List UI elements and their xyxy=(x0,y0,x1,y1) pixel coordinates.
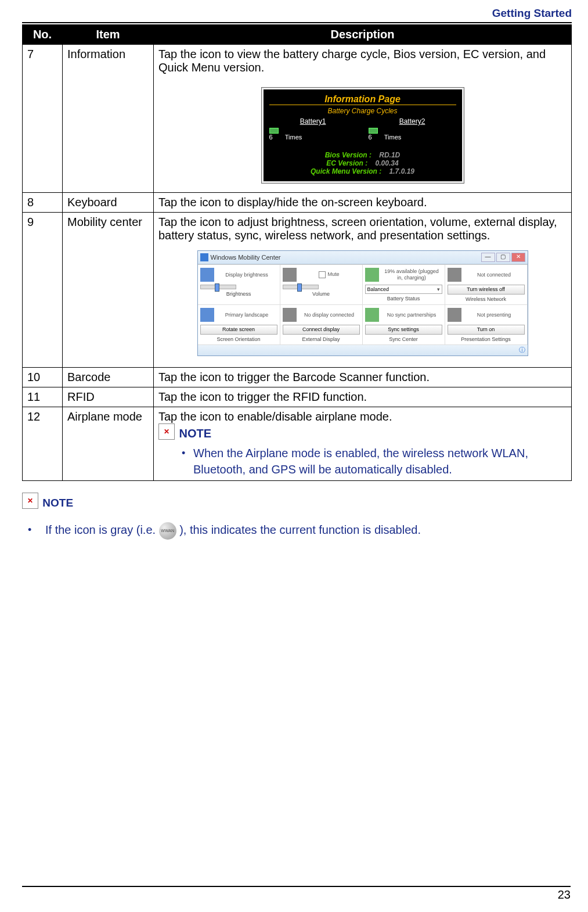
cell-item: Keyboard xyxy=(63,193,154,213)
brightness-slider[interactable] xyxy=(200,285,236,289)
desc-text: Tap the icon to adjust brightness, scree… xyxy=(158,216,557,242)
battery1-unit: Times xyxy=(285,134,302,141)
table-row: 10 Barcode Tap the icon to trigger the B… xyxy=(23,368,572,387)
desc-text: Tap the icon to view the battery charge … xyxy=(158,48,546,74)
rotate-button[interactable]: Rotate screen xyxy=(200,325,277,335)
cell-item: RFID xyxy=(63,387,154,407)
ec-value: 0.00.34 xyxy=(376,159,399,167)
cell-item: Barcode xyxy=(63,368,154,387)
section-header: Getting Started xyxy=(22,7,572,20)
cell-item: Information xyxy=(63,45,154,193)
tile-text: 19% available (plugged in, charging) xyxy=(381,268,442,281)
power-plan-combo[interactable]: Balanced xyxy=(365,285,442,294)
cell-desc: Tap the icon to enable/disable airplane … xyxy=(154,407,572,481)
tile-label: Battery Status xyxy=(365,296,442,301)
battery-icon xyxy=(269,128,279,134)
battery1-value: 6 xyxy=(269,134,273,141)
tile-extdisplay: No display connected Connect display Ext… xyxy=(280,305,363,345)
footer-rule xyxy=(22,886,571,887)
tile-label: External Display xyxy=(283,336,360,342)
window-icon xyxy=(200,253,208,261)
mobility-center-screenshot: Windows Mobility Center — ▢ ✕ Display br… xyxy=(197,250,528,356)
minimize-icon[interactable]: — xyxy=(481,253,495,262)
tile-text: No display connected xyxy=(299,312,360,318)
th-item: Item xyxy=(63,25,154,45)
tile-text: Not presenting xyxy=(464,312,525,318)
cell-no: 7 xyxy=(23,45,63,193)
battery2-col: Battery2 6 Times xyxy=(369,117,456,141)
tile-label: Brightness xyxy=(200,291,277,297)
maximize-icon[interactable]: ▢ xyxy=(496,253,510,262)
note-label: NOTE xyxy=(42,497,73,509)
tile-orientation: Primary landscape Rotate screen Screen O… xyxy=(198,305,280,345)
tile-wireless: Not connected Turn wireless off Wireless… xyxy=(445,265,528,305)
note-text-after: ), this indicates the current function i… xyxy=(179,523,421,536)
tile-text: No sync partnerships xyxy=(381,312,442,318)
cell-desc: Tap the icon to display/hide the on-scre… xyxy=(154,193,572,213)
th-no: No. xyxy=(23,25,63,45)
information-page-screenshot: ✕ Information Page Battery Charge Cycles… xyxy=(261,87,464,184)
close-icon[interactable]: ✕ xyxy=(511,253,525,262)
battery2-value: 6 xyxy=(369,134,372,141)
cell-item: Mobility center xyxy=(63,213,154,368)
tile-label: Screen Orientation xyxy=(200,336,277,342)
table-row: 9 Mobility center Tap the icon to adjust… xyxy=(23,213,572,368)
tile-label: Presentation Settings xyxy=(448,336,525,342)
battery1-col: Battery1 6 Times xyxy=(269,117,357,141)
tile-brightness: Display brightness Brightness xyxy=(198,265,280,305)
connect-display-button[interactable]: Connect display xyxy=(283,325,360,335)
info-subtitle: Battery Charge Cycles xyxy=(269,107,456,115)
desc-text: Tap the icon to enable/disable airplane … xyxy=(158,410,392,423)
mute-checkbox[interactable] xyxy=(319,271,326,278)
page-number: 23 xyxy=(22,888,571,902)
cell-no: 8 xyxy=(23,193,63,213)
volume-slider[interactable] xyxy=(283,285,319,289)
sync-icon xyxy=(365,308,379,322)
cell-desc: Tap the icon to view the battery charge … xyxy=(154,45,572,193)
tile-volume: Mute Volume xyxy=(280,265,363,305)
tile-text: Display brightness xyxy=(217,272,277,278)
wireless-icon xyxy=(448,268,461,282)
battery1-name: Battery1 xyxy=(300,117,326,125)
th-desc: Description xyxy=(154,25,572,45)
qm-label: Quick Menu Version : xyxy=(311,167,381,175)
ec-label: EC Version : xyxy=(326,159,367,167)
header-rule xyxy=(22,22,572,23)
items-table: No. Item Description 7 Information Tap t… xyxy=(22,24,572,481)
table-row: 11 RFID Tap the icon to trigger the RFID… xyxy=(23,387,572,407)
turn-on-button[interactable]: Turn on xyxy=(448,325,525,335)
cell-no: 11 xyxy=(23,387,63,407)
cell-desc: Tap the icon to trigger the RFID functio… xyxy=(154,387,572,407)
wireless-button[interactable]: Turn wireless off xyxy=(448,285,525,295)
tile-sync: No sync partnerships Sync settings Sync … xyxy=(363,305,445,345)
tile-text: Primary landscape xyxy=(217,312,277,318)
cell-no: 9 xyxy=(23,213,63,368)
cell-item: Airplane mode xyxy=(63,407,154,481)
bios-value: RD.1D xyxy=(379,151,400,159)
note-icon: ✕ xyxy=(22,493,38,509)
table-row: 7 Information Tap the icon to view the b… xyxy=(23,45,572,193)
tile-label: Wireless Network xyxy=(448,296,525,302)
note-label: NOTE xyxy=(179,427,212,440)
battery-icon xyxy=(365,268,379,282)
tile-text: Not connected xyxy=(464,272,525,278)
bios-label: Bios Version : xyxy=(325,151,371,159)
table-row: 8 Keyboard Tap the icon to display/hide … xyxy=(23,193,572,213)
tile-text: Mute xyxy=(299,271,360,278)
cell-desc: Tap the icon to adjust brightness, scree… xyxy=(154,213,572,368)
page-note-bullet: If the icon is gray (i.e. WWAN ), this i… xyxy=(28,521,572,540)
presentation-icon xyxy=(448,308,461,322)
battery-icon xyxy=(369,128,378,134)
tile-label: Sync Center xyxy=(365,336,442,342)
sync-settings-button[interactable]: Sync settings xyxy=(365,325,442,335)
note-icon: ✕ xyxy=(158,423,175,440)
cell-no: 10 xyxy=(23,368,63,387)
window-title: Windows Mobility Center xyxy=(211,254,281,261)
display-icon xyxy=(283,308,297,322)
wwan-gray-icon: WWAN xyxy=(159,522,176,540)
mobility-footer: ⓘ xyxy=(198,345,528,356)
tile-battery: 19% available (plugged in, charging) Bal… xyxy=(363,265,445,305)
cell-no: 12 xyxy=(23,407,63,481)
table-row: 12 Airplane mode Tap the icon to enable/… xyxy=(23,407,572,481)
battery2-unit: Times xyxy=(384,134,402,141)
